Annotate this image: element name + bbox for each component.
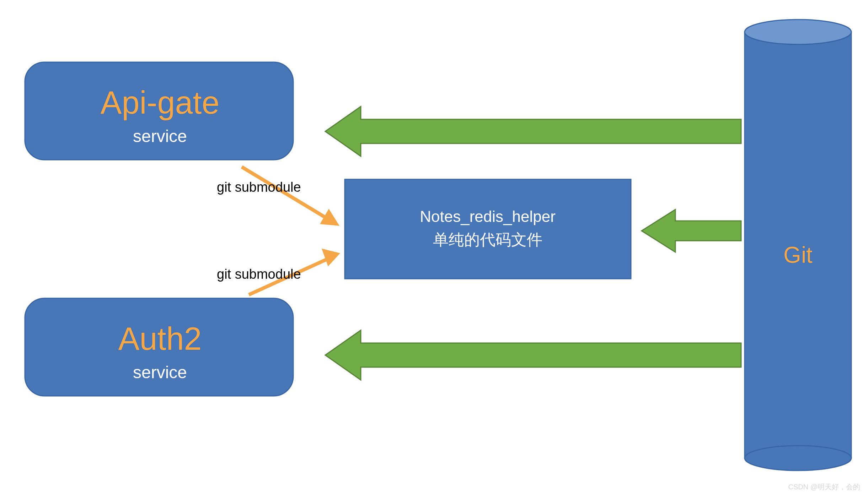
helper-line1: Notes_redis_helper	[420, 208, 556, 225]
helper-line2: 单纯的代码文件	[433, 231, 542, 248]
arrow-apigate-to-helper	[242, 167, 339, 226]
svg-rect-5	[345, 179, 631, 279]
auth2-box: Auth2 service	[25, 298, 293, 396]
arrow-git-to-helper	[642, 210, 741, 252]
api-gate-subtitle: service	[133, 127, 187, 146]
submodule-label-2: git submodule	[217, 267, 301, 282]
auth2-subtitle: service	[133, 363, 187, 382]
git-label: Git	[783, 242, 813, 268]
api-gate-title: Api-gate	[100, 85, 219, 120]
submodule-label-1: git submodule	[217, 180, 301, 195]
svg-marker-9	[322, 249, 340, 266]
auth2-title: Auth2	[118, 321, 202, 357]
svg-point-2	[745, 20, 851, 44]
helper-box: Notes_redis_helper 单纯的代码文件	[345, 179, 631, 279]
git-cylinder: Git	[745, 20, 851, 470]
api-gate-box: Api-gate service	[25, 62, 293, 160]
arrow-git-to-auth2	[325, 330, 741, 380]
watermark: CSDN @明天好，会的	[788, 483, 860, 491]
svg-point-1	[745, 446, 851, 470]
arrow-git-to-apigate	[325, 107, 741, 156]
